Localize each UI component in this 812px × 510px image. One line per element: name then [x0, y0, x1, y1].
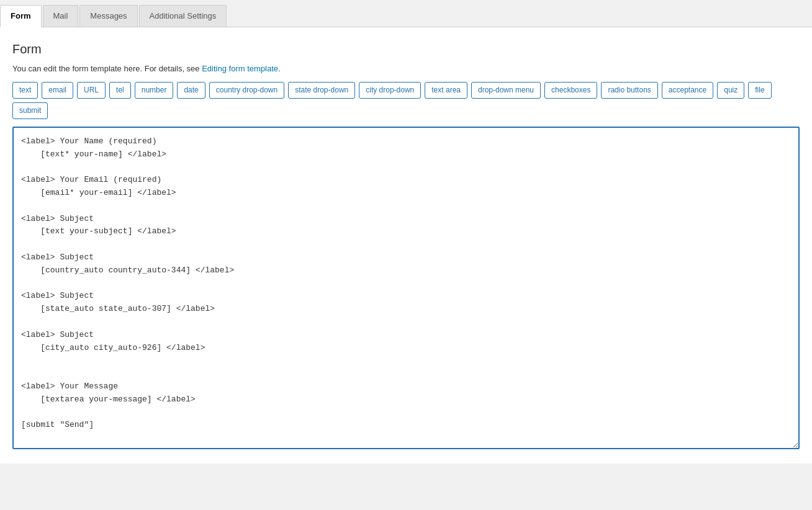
tag-btn-state-dropdown[interactable]: state drop-down — [288, 82, 355, 99]
section-title: Form — [12, 42, 800, 56]
tag-btn-checkboxes[interactable]: checkboxes — [544, 82, 597, 99]
tag-btn-acceptance[interactable]: acceptance — [662, 82, 713, 99]
tag-btn-email[interactable]: email — [42, 82, 73, 99]
tab-messages[interactable]: Messages — [79, 5, 137, 27]
content-area: Form You can edit the form template here… — [0, 27, 812, 463]
tabs-bar: Form Mail Messages Additional Settings — [0, 0, 812, 27]
code-editor[interactable] — [12, 127, 800, 449]
tag-btn-number[interactable]: number — [135, 82, 174, 99]
tag-btn-file[interactable]: file — [748, 82, 771, 99]
tag-buttons-container: text email URL tel number date country d… — [12, 82, 800, 119]
tag-btn-city-dropdown[interactable]: city drop-down — [359, 82, 421, 99]
tag-btn-dropdown-menu[interactable]: drop-down menu — [471, 82, 541, 99]
tag-btn-url[interactable]: URL — [77, 82, 106, 99]
section-description: You can edit the form template here. For… — [12, 64, 800, 73]
page-wrapper: Form Mail Messages Additional Settings F… — [0, 0, 812, 510]
editing-form-template-link[interactable]: Editing form template — [202, 64, 278, 73]
tag-btn-date[interactable]: date — [177, 82, 205, 99]
tag-btn-country-dropdown[interactable]: country drop-down — [209, 82, 284, 99]
tag-btn-radio-buttons[interactable]: radio buttons — [601, 82, 657, 99]
tab-form[interactable]: Form — [0, 5, 42, 27]
tag-btn-submit[interactable]: submit — [12, 102, 48, 119]
tag-btn-text[interactable]: text — [12, 82, 38, 99]
tab-mail[interactable]: Mail — [43, 5, 79, 27]
tag-btn-tel[interactable]: tel — [109, 82, 131, 99]
tag-btn-text-area[interactable]: text area — [425, 82, 467, 99]
tab-additional-settings[interactable]: Additional Settings — [139, 5, 227, 27]
tag-btn-quiz[interactable]: quiz — [717, 82, 744, 99]
